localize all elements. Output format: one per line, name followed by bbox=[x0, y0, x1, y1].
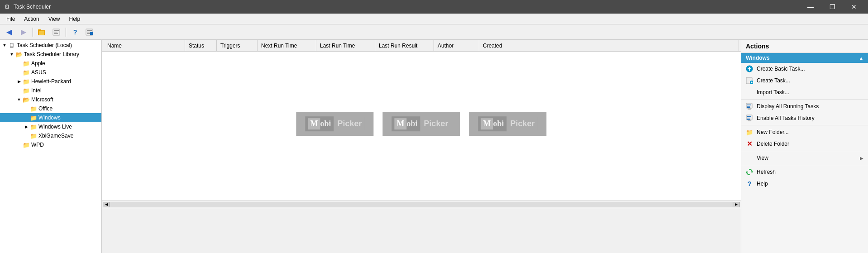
title-bar: 🗓 Task Scheduler — ❐ ✕ bbox=[0, 0, 868, 14]
view-label: View bbox=[757, 155, 856, 161]
actions-section-windows[interactable]: Windows ▲ bbox=[741, 53, 868, 63]
menu-file[interactable]: File bbox=[2, 14, 19, 24]
action-help[interactable]: ? Help bbox=[741, 178, 868, 190]
xbl-arrow bbox=[23, 132, 30, 139]
help-icon: ? bbox=[746, 180, 753, 187]
col-header-status[interactable]: Status bbox=[185, 40, 217, 51]
view-icon bbox=[746, 154, 753, 162]
tree-item-microsoft[interactable]: ▼ 📂 Microsoft bbox=[0, 95, 101, 104]
tree-intel-label: Intel bbox=[31, 87, 42, 94]
action-display-running[interactable]: Display All Running Tasks bbox=[741, 100, 868, 112]
col-header-triggers[interactable]: Triggers bbox=[217, 40, 258, 51]
col-header-created[interactable]: Created bbox=[479, 40, 739, 51]
svg-rect-14 bbox=[748, 68, 751, 69]
action-view[interactable]: View ▶ bbox=[741, 152, 868, 164]
tree-item-office[interactable]: 📁 Office bbox=[0, 104, 101, 113]
divider-3 bbox=[741, 151, 868, 151]
minimize-button[interactable]: — bbox=[800, 0, 821, 14]
col-header-next[interactable]: Next Run Time bbox=[258, 40, 316, 51]
section-collapse-icon: ▲ bbox=[859, 56, 863, 61]
tree-item-windows-live[interactable]: ▶ 📁 Windows Live bbox=[0, 122, 101, 131]
menu-help[interactable]: Help bbox=[65, 14, 85, 24]
enable-history-label: Enable All Tasks History bbox=[757, 115, 863, 121]
close-button[interactable]: ✕ bbox=[844, 0, 864, 14]
action-enable-history[interactable]: Enable All Tasks History bbox=[741, 112, 868, 124]
tree-windows-label: Windows bbox=[38, 115, 61, 121]
xbl-folder-icon: 📁 bbox=[30, 132, 37, 139]
view-arrow-icon: ▶ bbox=[860, 156, 863, 161]
office-folder-icon: 📁 bbox=[30, 105, 37, 112]
section-windows-label: Windows bbox=[746, 55, 770, 61]
action-refresh[interactable]: Refresh bbox=[741, 166, 868, 178]
action-import-task[interactable]: Import Task... bbox=[741, 86, 868, 98]
windows-folder-icon: 📁 bbox=[30, 114, 37, 121]
svg-rect-26 bbox=[747, 116, 751, 117]
tree-item-library[interactable]: ▼ 📂 Task Scheduler Library bbox=[0, 50, 101, 59]
svg-rect-24 bbox=[748, 109, 751, 110]
new-folder-icon: 📁 bbox=[746, 129, 753, 136]
menu-bar: File Action View Help bbox=[0, 14, 868, 24]
watermark-3: M obi Picker bbox=[469, 112, 547, 136]
app-icon: 🗓 bbox=[4, 3, 11, 10]
menu-view[interactable]: View bbox=[44, 14, 65, 24]
forward-button[interactable]: ▶ bbox=[17, 26, 30, 38]
col-header-last[interactable]: Last Run Time bbox=[316, 40, 375, 51]
maximize-button[interactable]: ❐ bbox=[822, 0, 843, 14]
table-content: M obi Picker M obi bbox=[102, 52, 741, 200]
tree-item-xbl[interactable]: 📁 XblGameSave bbox=[0, 131, 101, 140]
scroll-right[interactable]: ▶ bbox=[733, 202, 740, 207]
tree-microsoft-label: Microsoft bbox=[31, 96, 53, 103]
help-label: Help bbox=[757, 181, 863, 187]
new-folder-label: New Folder... bbox=[757, 129, 863, 135]
scroll-track[interactable] bbox=[110, 202, 733, 207]
toolbar: ◀ ▶ ? bbox=[0, 24, 868, 40]
svg-rect-23 bbox=[748, 108, 751, 109]
action-create-task[interactable]: Create Task... bbox=[741, 75, 868, 86]
action-delete-folder[interactable]: ✕ Delete Folder bbox=[741, 138, 868, 150]
tree-root[interactable]: ▼ 🖥 Task Scheduler (Local) bbox=[0, 41, 101, 50]
scroll-left[interactable]: ◀ bbox=[103, 202, 110, 207]
help-button[interactable]: ? bbox=[69, 26, 81, 38]
refresh-label: Refresh bbox=[757, 169, 863, 175]
horizontal-scrollbar[interactable]: ◀ ▶ bbox=[102, 200, 741, 208]
svg-rect-22 bbox=[747, 107, 750, 108]
tree-item-wpd[interactable]: 📁 WPD bbox=[0, 140, 101, 149]
col-header-name[interactable]: Name bbox=[104, 40, 185, 51]
watermark-2: M obi Picker bbox=[382, 112, 460, 136]
intel-folder-icon: 📁 bbox=[23, 87, 30, 94]
display-running-label: Display All Running Tasks bbox=[757, 103, 863, 110]
import-task-label: Import Task... bbox=[757, 89, 863, 95]
tree-hp-label: Hewlett-Packard bbox=[31, 78, 71, 85]
window-title: Task Scheduler bbox=[14, 4, 800, 10]
tree-item-intel[interactable]: 📁 Intel bbox=[0, 86, 101, 95]
create-task-label: Create Task... bbox=[757, 77, 863, 84]
tree-panel: ▼ 🖥 Task Scheduler (Local) ▼ 📂 Task Sche… bbox=[0, 40, 102, 253]
properties-button[interactable] bbox=[50, 26, 63, 38]
tree-item-hp[interactable]: ▶ 📁 Hewlett-Packard bbox=[0, 77, 101, 86]
col-header-author[interactable]: Author bbox=[434, 40, 479, 51]
watermark-1: M obi Picker bbox=[296, 112, 373, 136]
windows-live-folder-icon: 📁 bbox=[30, 123, 37, 130]
apple-folder-icon: 📁 bbox=[23, 60, 30, 67]
svg-rect-6 bbox=[54, 33, 58, 34]
windows-arrow bbox=[23, 114, 30, 121]
col-header-result[interactable]: Last Run Result bbox=[375, 40, 434, 51]
display-running-icon bbox=[746, 103, 753, 110]
svg-rect-11 bbox=[90, 32, 93, 35]
action-create-basic-task[interactable]: Create Basic Task... bbox=[741, 63, 868, 75]
back-button[interactable]: ◀ bbox=[3, 26, 15, 38]
open-button[interactable] bbox=[36, 26, 48, 38]
menu-action[interactable]: Action bbox=[19, 14, 43, 24]
divider-1 bbox=[741, 99, 868, 100]
svg-rect-4 bbox=[54, 30, 59, 31]
tree-item-apple[interactable]: 📁 Apple bbox=[0, 59, 101, 68]
tree-xbl-label: XblGameSave bbox=[38, 133, 73, 139]
tree-item-asus[interactable]: 📁 ASUS bbox=[0, 68, 101, 77]
create-task-icon bbox=[746, 77, 753, 84]
root-arrow: ▼ bbox=[1, 42, 8, 49]
export-button[interactable] bbox=[83, 26, 96, 38]
action-new-folder[interactable]: 📁 New Folder... bbox=[741, 126, 868, 138]
table-header: Name Status Triggers Next Run Time Last … bbox=[102, 40, 741, 52]
import-task-icon bbox=[746, 89, 753, 96]
tree-item-windows[interactable]: 📁 Windows bbox=[0, 113, 101, 122]
